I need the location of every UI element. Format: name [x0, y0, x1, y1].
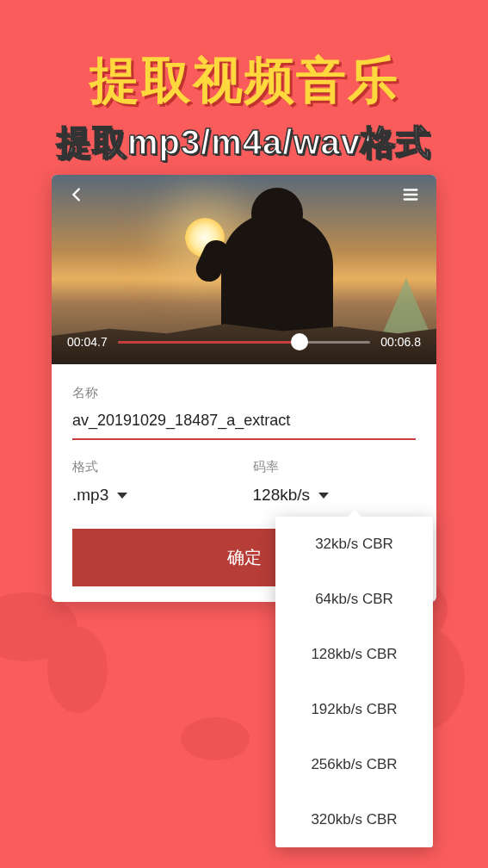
bitrate-option[interactable]: 256kb/s CBR [275, 737, 433, 792]
chevron-down-icon [117, 493, 127, 499]
svg-point-4 [181, 717, 250, 760]
progress-track[interactable] [118, 341, 371, 344]
menu-icon[interactable] [400, 185, 421, 208]
name-label: 名称 [72, 385, 416, 401]
video-progress-bar[interactable]: 00:04.7 00:06.8 [67, 335, 421, 349]
svg-point-0 [0, 592, 77, 661]
svg-point-1 [47, 627, 108, 713]
subhead-text: 提取mp3/m4a/wav格式 [0, 115, 488, 166]
bitrate-dropdown: 32kb/s CBR 64kb/s CBR 128kb/s CBR 192kb/… [275, 517, 433, 847]
bitrate-option[interactable]: 32kb/s CBR [275, 517, 433, 572]
bitrate-select[interactable]: 128kb/s [253, 480, 417, 510]
video-preview[interactable]: 00:04.7 00:06.8 [52, 175, 436, 364]
progress-thumb[interactable] [291, 333, 308, 350]
bitrate-option[interactable]: 128kb/s CBR [275, 627, 433, 682]
bitrate-option[interactable]: 320kb/s CBR [275, 792, 433, 847]
tent-graphic [380, 278, 432, 338]
format-label: 格式 [72, 459, 236, 475]
person-silhouette [221, 214, 333, 343]
format-value: .mp3 [72, 486, 108, 505]
bitrate-label: 码率 [253, 459, 417, 475]
name-input[interactable]: av_20191029_18487_a_extract [72, 406, 416, 440]
bitrate-option[interactable]: 64kb/s CBR [275, 572, 433, 627]
headline-text: 提取视频音乐 [0, 0, 488, 115]
chevron-down-icon [318, 493, 329, 499]
current-time: 00:04.7 [67, 335, 108, 349]
bitrate-value: 128kb/s [253, 486, 311, 505]
total-time: 00:06.8 [380, 335, 421, 349]
back-icon[interactable] [67, 185, 86, 208]
format-select[interactable]: .mp3 [72, 480, 236, 510]
progress-fill [118, 341, 300, 344]
bitrate-option[interactable]: 192kb/s CBR [275, 682, 433, 737]
